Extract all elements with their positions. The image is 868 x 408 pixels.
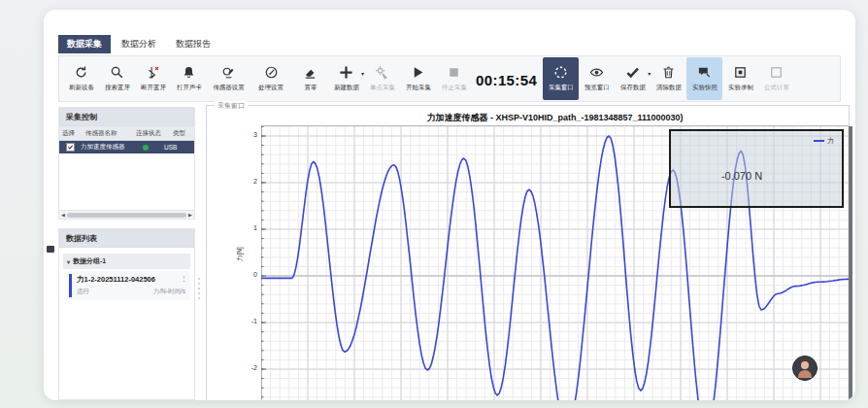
data-list-item[interactable]: 力1-2-20251112-042506 ⋮ 运行力/N-时间/s [69,271,190,300]
hand-point-icon [375,65,389,80]
acquisition-timer: 00:15:54 [476,60,537,88]
collection-control-panel: 采集控制 选择传感器名称连接状态类型 力加速度传感器 USB ◀ ▶ [58,107,195,220]
toolbar-button-refresh[interactable]: 刷新设备 [63,57,99,100]
toolbar-button-bluetooth-off[interactable]: 断开蓝牙 [135,57,171,100]
toolbar-button-hand-point[interactable]: 单点采集 [364,57,400,100]
plus-icon [339,65,353,80]
column-header: 选择 [59,126,83,140]
check-icon [625,65,640,80]
column-header: 连接状态 [133,126,170,140]
gauge-icon [264,65,279,80]
main-tabs: 数据采集数据分析数据报告 [58,35,219,53]
connection-status-icon [143,145,149,151]
force-value-readout: -0.070 N [671,170,813,182]
sensor-settings-icon [221,65,236,80]
panel-splitter[interactable] [198,278,200,299]
bell-icon [182,65,196,80]
legend-series-name: 力 [827,136,834,146]
scroll-left-icon[interactable]: ◀ [59,212,67,218]
toolbar-button-check[interactable]: ▾保存数据 [615,57,651,100]
data-list-header: 数据列表 [59,229,194,248]
eraser-icon [303,65,317,80]
value-readout-box: 力 -0.070 N [669,129,844,208]
column-header: 类型 [170,126,193,140]
tab-3[interactable]: 数据报告 [167,35,219,53]
toolbar-button-stop[interactable]: 停止采集 [436,57,472,100]
record-icon [733,65,748,80]
y-tick-label: 1 [246,224,257,231]
formula-icon [769,65,784,80]
sensor-checkbox[interactable] [66,143,75,152]
scroll-right-icon[interactable]: ▶ [186,212,194,218]
item-menu-icon[interactable]: ⋮ [181,275,187,283]
search-icon [110,65,124,80]
eye-icon [589,65,604,80]
y-tick-label: 3 [246,131,257,138]
toolbar-button-eye[interactable]: 预览窗口 [579,57,615,100]
toolbar-button-gauge[interactable]: 处理设置 [250,57,292,100]
tab-2[interactable]: 数据分析 [113,35,165,53]
collection-control-header: 采集控制 [59,108,194,126]
data-group-header[interactable]: ▾数据分组-1 [63,254,190,269]
assistant-avatar-button[interactable] [792,356,818,381]
sensor-table-header: 选择传感器名称连接状态类型 [59,126,194,141]
waveform-plot[interactable]: 力 -0.070 N [261,125,849,400]
toolbar-button-play[interactable]: 开始采集 [400,57,436,100]
snapshot-icon [697,65,712,80]
stop-icon [447,65,461,80]
item-accent-bar [69,274,72,297]
sensor-table-body: 力加速度传感器 USB [59,141,194,153]
dashed-circle-icon [553,65,568,80]
collection-window-groupbox: 采集窗口 力加速度传感器 - XHSP-V10HID_path_-1981348… [206,105,850,400]
bluetooth-off-icon [146,65,160,80]
chart-legend: 力 [814,136,834,146]
toolbar-button-search[interactable]: 搜索蓝牙 [99,57,135,100]
y-tick-label: -2 [246,364,257,371]
chart-title: 力加速度传感器 - XHSP-V10HID_path_-1981348857_1… [261,112,849,124]
toolbar-button-bell[interactable]: 打开声卡 [171,57,207,100]
trash-icon [661,65,676,80]
y-tick-label: 0 [246,271,257,278]
data-list-panel: 数据列表 ▾数据分组-1 力1-2-20251112-042506 ⋮ 运行力/… [58,228,195,400]
toolbar-button-record[interactable]: 实验录制 [722,57,758,100]
expand-caret-icon[interactable]: ▾ [67,258,70,265]
refresh-icon [74,65,88,80]
collapse-rail-handle-icon[interactable] [47,246,54,253]
plot-right-border [849,126,852,400]
play-icon [411,65,425,80]
toolbar-button-trash[interactable]: 清除数据 [651,57,686,100]
toolbar-button-dashed-circle[interactable]: 采集窗口 [543,57,579,100]
toolbar-button-eraser[interactable]: 置零 [292,57,328,100]
app-window: 数据采集数据分析数据报告 刷新设备搜索蓝牙断开蓝牙打开声卡传感器设置处理设置置零… [44,10,855,400]
toolbar-button-snapshot[interactable]: 实验快照 [686,57,722,100]
data-item-status: 运行 [77,288,89,296]
column-header: 传感器名称 [83,126,133,140]
scrollbar-thumb[interactable] [67,213,186,218]
toolbar-button-plus[interactable]: ▾新建数据 [328,57,364,100]
sensor-row[interactable]: 力加速度传感器 USB [59,141,194,153]
legend-line-swatch-icon [814,140,824,142]
data-list-body: ▾数据分组-1 力1-2-20251112-042506 ⋮ 运行力/N-时间/… [59,254,194,300]
y-axis-label: 力[N] [236,247,245,261]
toolbar-button-formula[interactable]: 公式计算 [758,57,794,100]
groupbox-label: 采集窗口 [215,101,248,111]
y-tick-label: -1 [246,318,257,324]
tab-1[interactable]: 数据采集 [58,35,111,53]
toolbar-button-sensor-settings[interactable]: 传感器设置 [207,57,250,100]
sensor-type: USB [164,144,177,151]
horizontal-scrollbar[interactable]: ◀ ▶ [59,210,194,219]
data-item-signal: 力/N-时间/s [153,288,185,296]
sensor-name: 力加速度传感器 [75,143,129,152]
data-item-title: 力1-2-20251112-042506 [77,275,185,285]
toolbar: 刷新设备搜索蓝牙断开蓝牙打开声卡传感器设置处理设置置零▾新建数据单点采集开始采集… [58,55,841,102]
y-tick-label: 2 [246,178,257,185]
